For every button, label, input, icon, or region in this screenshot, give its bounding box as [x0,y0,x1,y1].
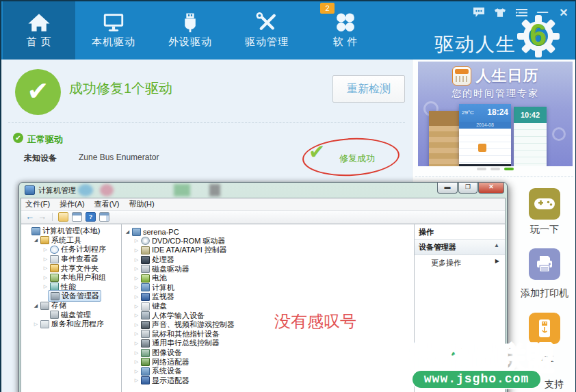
carousel-dot[interactable] [490,168,500,170]
tree-expander-icon[interactable] [42,265,49,271]
nav-tab-software[interactable]: 软 件 [305,1,386,60]
tree-expander-icon[interactable] [133,238,140,244]
tree-expander-icon[interactable] [42,284,49,289]
tree-row[interactable]: 事件查看器 [21,254,121,264]
menu-item[interactable]: 操作(A) [60,199,85,209]
nav-tab-label: 软 件 [332,36,358,47]
tree-expander-icon[interactable] [133,341,140,346]
device-tree-row[interactable]: 处理器 [122,255,414,265]
tree-expander-icon[interactable] [133,331,140,337]
tree-expander-icon[interactable] [42,247,49,252]
device-tree-row[interactable]: serena-PC [122,227,414,237]
skin-shirt-icon[interactable] [493,6,507,18]
console-tree-pane: 计算机管理(本地) 系统工具 任务计划程序 事件查看器 [21,224,122,392]
device-tree-row[interactable]: 通用串行总线控制器 [122,339,414,348]
tree-expander-icon[interactable] [32,322,40,327]
tree-expander-icon[interactable] [42,257,49,262]
device-tree-row[interactable]: 显示适配器 [122,376,414,386]
tree-expander-icon[interactable] [133,322,140,328]
device-tree-row[interactable]: 网络适配器 [122,357,414,367]
tree-row[interactable]: 设备管理器 [21,291,121,301]
menu-item[interactable]: 文件(F) [25,199,50,209]
add-printer-button[interactable] [529,248,560,280]
play-games-button[interactable] [529,188,560,220]
device-tree-row[interactable]: 人体学输入设备 [122,311,414,320]
tree-expander-icon[interactable] [133,294,140,300]
nav-tab-local-drivers[interactable]: 本机驱动 [75,1,152,60]
tree-item-icon [40,320,49,328]
tree-expander-icon[interactable] [133,350,140,356]
tree-expander-icon[interactable] [133,285,140,290]
tree-row[interactable]: 本地用户和组 [21,273,121,283]
tree-expander-icon[interactable] [42,275,49,280]
menu-list-icon[interactable] [514,6,528,18]
device-tree-row[interactable]: 系统设备 [122,367,414,376]
device-category-icon [141,358,150,366]
play-games-label[interactable]: 玩一下 [510,224,576,236]
export-icon[interactable] [58,212,68,222]
feedback-bubble-icon[interactable] [472,6,486,18]
minimize-icon[interactable]: — [536,6,549,18]
tree-expander-icon[interactable] [133,276,140,281]
tree-row[interactable]: 计算机管理(本地) [21,226,121,236]
tree-row[interactable]: 任务计划程序 [21,245,121,254]
tree-row[interactable]: 共享文件夹 [21,263,121,273]
close-icon[interactable]: ✕ [557,6,571,18]
menu-item[interactable]: 查看(V) [94,199,120,209]
tree-expander-icon[interactable] [133,257,140,263]
back-icon[interactable]: ← [25,212,34,222]
nav-tab-driver-management[interactable]: 驱动管理 [228,1,305,60]
add-printer-label[interactable]: 添加打印机 [510,287,576,300]
calendar-ad-banner[interactable]: 10:42 29°C 18:24 2014-08 人生日历 您的时间管理专家 [418,62,573,166]
gamepad-icon [534,196,555,211]
minimize-icon[interactable]: ▬ [437,183,458,194]
normal-drivers-label: 正常驱动 [27,133,63,146]
close-icon[interactable]: ✕ [478,183,504,194]
forward-icon[interactable]: → [38,212,47,222]
device-tree-row[interactable]: 鼠标和其他指针设备 [122,330,414,339]
device-tree-row[interactable]: 电池 [122,274,414,283]
tree-row[interactable]: 系统工具 [21,236,121,246]
tree-row[interactable]: 磁盘管理 [21,310,121,319]
device-tree-row[interactable]: 图像设备 [122,348,414,358]
tree-expander-icon[interactable] [133,378,140,383]
device-tree-row[interactable]: 监视器 [122,292,414,302]
tree-expander-icon[interactable] [133,304,140,309]
actions-group-device-manager[interactable]: 设备管理器 ▲ [415,239,505,255]
collapse-caret-icon[interactable]: ▲ [494,242,499,248]
tree-expander-icon[interactable] [32,303,40,309]
help-icon[interactable]: ? [86,212,96,222]
tree-item-icon [50,311,59,319]
nav-tab-home[interactable]: 首 页 [3,1,75,60]
more-actions-item[interactable]: 更多操作 ▶ [415,255,505,270]
support-label[interactable]: 支持 [545,378,576,391]
tree-expander-icon[interactable] [133,313,140,318]
tree-row[interactable]: 服务和应用程序 [21,319,121,329]
device-category-icon [141,367,150,376]
window-title: 计算机管理 [38,185,76,196]
tree-expander-icon[interactable] [133,359,140,365]
console-tree-icon[interactable] [72,212,82,222]
carousel-dot[interactable] [477,168,486,170]
device-tree-row[interactable]: 计算机 [122,283,414,293]
device-tree-row[interactable]: 键盘 [122,302,414,311]
printer-icon [535,255,554,273]
recheck-button[interactable]: 重新检测 [332,75,405,103]
tree-expander-icon[interactable] [133,266,140,272]
tree-expander-icon[interactable] [133,248,140,253]
device-tree-row[interactable]: 声音、视频和游戏控制器 [122,320,414,330]
tree-expander-icon[interactable] [32,237,40,243]
device-tree-row[interactable]: IDE ATA/ATAPI 控制器 [122,246,414,255]
tree-row[interactable]: 存储 [21,301,121,311]
device-tree-row[interactable]: 磁盘驱动器 [122,264,414,274]
carousel-dot-active[interactable] [504,168,514,170]
nav-tab-peripheral-drivers[interactable]: 外设驱动 [152,1,228,60]
tree-expander-icon[interactable] [133,369,140,374]
tree-expander-icon[interactable] [124,229,131,235]
maximize-icon[interactable]: ❐ [458,183,477,194]
action-pane-icon[interactable] [99,212,109,222]
device-tree-row[interactable]: DVD/CD-ROM 驱动器 [122,237,414,246]
device-category-icon [141,265,150,273]
window-titlebar[interactable]: 计算机管理 ▬ ❐ ✕ [19,183,507,198]
menu-item[interactable]: 帮助(H) [129,199,154,209]
